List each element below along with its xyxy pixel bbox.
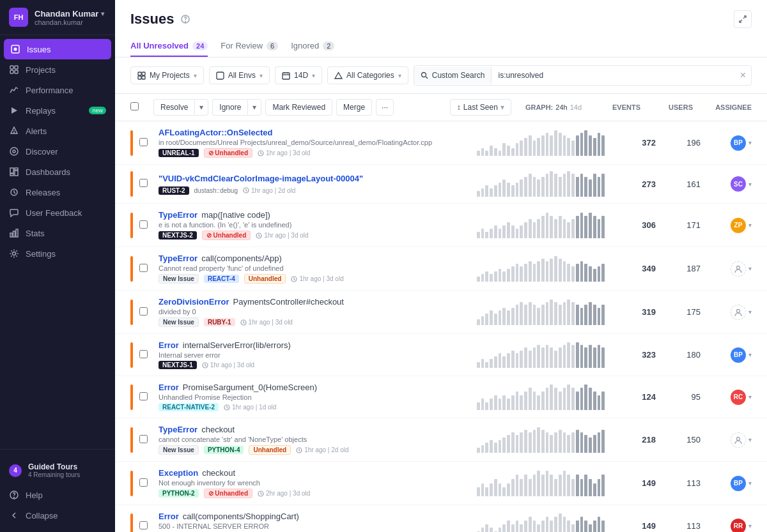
tab-ignored[interactable]: Ignored 2 [291, 36, 334, 57]
all-envs-filter[interactable]: All Envs ▾ [209, 66, 270, 84]
search-clear-icon[interactable]: × [735, 66, 751, 85]
users-header: USERS [648, 103, 693, 111]
sidebar-item-label: Projects [26, 65, 56, 75]
issue-type[interactable]: ZeroDivisionError [159, 297, 229, 307]
issue-time: 1hr ago | 3d old [291, 275, 343, 282]
sidebar-item-user-feedback[interactable]: User Feedback [0, 202, 115, 223]
sidebar-item-discover[interactable]: Discover [0, 141, 115, 162]
row-checkbox[interactable] [139, 264, 152, 274]
settings-icon [9, 248, 19, 259]
row-checkbox[interactable] [139, 179, 152, 189]
row-checkbox[interactable] [139, 478, 152, 489]
more-button[interactable]: ··· [376, 99, 394, 116]
issue-users: 180 [656, 350, 701, 360]
table-row[interactable]: ZeroDivisionError PaymentsController#che… [115, 291, 767, 334]
sidebar-item-help[interactable]: Help [0, 485, 115, 505]
sort-button[interactable]: ↕ Last Seen ▾ [450, 99, 511, 116]
sidebar-item-label: Alerts [26, 126, 47, 136]
issue-path: divided by 0 [159, 308, 477, 315]
assignee-chevron-icon[interactable]: ▾ [748, 181, 752, 188]
help-circle-icon[interactable] [180, 13, 191, 25]
select-all-check[interactable] [130, 102, 150, 112]
issue-time: 1hr ago | 3d old [202, 361, 254, 369]
svg-point-1 [14, 48, 17, 51]
categories-filter[interactable]: All Categories ▾ [327, 66, 408, 84]
issue-tag: REACT-4 [204, 275, 239, 283]
expand-button[interactable] [734, 10, 752, 28]
issue-title-row: Error PromiseSargument_0(HomeScreen) [159, 383, 477, 392]
discover-icon [9, 146, 19, 156]
date-filter[interactable]: 14D ▾ [275, 66, 322, 84]
my-projects-filter[interactable]: My Projects ▾ [130, 66, 204, 84]
table-row[interactable]: Exception checkout Not enough inventory … [115, 462, 767, 505]
sidebar-item-releases[interactable]: Releases [0, 182, 115, 202]
username[interactable]: Chandan Kumar ▾ [35, 9, 106, 19]
issue-type[interactable]: Exception [159, 468, 198, 478]
severity-bar [130, 384, 133, 410]
sidebar-item-issues[interactable]: Issues [4, 39, 111, 59]
issue-meta: RUST-2 dustash::debug 1hr ago | 2d old [159, 186, 477, 195]
sidebar-item-alerts[interactable]: Alerts [0, 121, 115, 141]
resolve-button[interactable]: Resolve [153, 99, 194, 116]
tab-for-review[interactable]: For Review 6 [221, 36, 278, 57]
svg-line-36 [426, 77, 428, 79]
issue-type[interactable]: Error [159, 512, 179, 521]
row-checkbox[interactable] [139, 220, 152, 231]
guided-tours[interactable]: 4 Guided Tours 4 Remaining tours [0, 456, 115, 485]
assignee-chevron-icon[interactable]: ▾ [748, 351, 752, 358]
table-row[interactable]: "VUID-vkCmdClearColorImage-imageLayout-0… [115, 165, 767, 204]
sidebar-item-dashboards[interactable]: Dashboards [0, 162, 115, 182]
assignee-chevron-icon[interactable]: ▾ [748, 436, 752, 443]
row-checkbox[interactable] [139, 392, 152, 402]
issues-list: Resolve ▾ Ignore ▾ Mark Reviewed Merge ·… [115, 94, 767, 532]
ignore-dropdown[interactable]: ▾ [247, 99, 261, 116]
tab-all-unresolved[interactable]: All Unresolved 24 [130, 36, 208, 57]
table-row[interactable]: TypeError map([native code]) e is not a … [115, 204, 767, 247]
sidebar-item-stats[interactable]: Stats [0, 223, 115, 243]
issue-events: 372 [605, 138, 656, 148]
assignee-chevron-icon[interactable]: ▾ [748, 393, 752, 400]
table-row[interactable]: TypeError checkout cannot concatenate 's… [115, 418, 767, 462]
sidebar-item-performance[interactable]: Performance [0, 80, 115, 100]
mark-reviewed-button[interactable]: Mark Reviewed [265, 99, 332, 116]
issue-tag: REACT-NATIVE-2 [159, 403, 219, 411]
issue-tag: Unhandled [244, 274, 286, 284]
merge-button[interactable]: Merge [336, 99, 372, 116]
row-checkbox[interactable] [139, 350, 152, 360]
issue-type[interactable]: TypeError [159, 425, 198, 434]
assignee-chevron-icon[interactable]: ▾ [748, 265, 752, 272]
row-checkbox[interactable] [139, 435, 152, 445]
issue-type[interactable]: TypeError [159, 254, 198, 263]
issue-type[interactable]: Error [159, 383, 179, 392]
issue-type[interactable]: "VUID-vkCmdClearColorImage-imageLayout-0… [159, 174, 363, 183]
resolve-dropdown[interactable]: ▾ [194, 99, 208, 116]
assignee-chevron-icon[interactable]: ▾ [748, 522, 752, 529]
severity-bar [130, 300, 133, 325]
table-row[interactable]: Error internalServerError(lib/errors) In… [115, 334, 767, 376]
assignee-chevron-icon[interactable]: ▾ [748, 308, 752, 315]
issue-type[interactable]: Error [159, 340, 179, 350]
sidebar-item-settings[interactable]: Settings [0, 243, 115, 264]
ignore-button[interactable]: Ignore [212, 99, 247, 116]
row-checkbox[interactable] [139, 521, 152, 531]
custom-search-tag[interactable]: Custom Search [414, 67, 492, 84]
search-input[interactable] [492, 67, 734, 84]
sidebar-item-projects[interactable]: Projects [0, 59, 115, 80]
table-row[interactable]: AFLoatingActor::OnSelected in root/Docum… [115, 121, 767, 165]
table-row[interactable]: Error call(components/ShoppingCart) 500 … [115, 505, 767, 532]
row-checkbox[interactable] [139, 138, 152, 148]
svg-rect-13 [10, 174, 13, 176]
sidebar-collapse[interactable]: Collapse [0, 505, 115, 526]
unhandled-badge: ⊘ Unhandled [202, 231, 251, 240]
table-row[interactable]: Error PromiseSargument_0(HomeScreen) Unh… [115, 376, 767, 418]
assignee-chevron-icon[interactable]: ▾ [748, 139, 752, 146]
table-row[interactable]: TypeError call(components/App) Cannot re… [115, 247, 767, 291]
sidebar-item-replays[interactable]: Replays new [0, 100, 115, 121]
issue-type[interactable]: AFLoatingActor::OnSelected [159, 128, 272, 137]
assignee-chevron-icon[interactable]: ▾ [748, 480, 752, 487]
select-all-checkbox[interactable] [130, 102, 139, 110]
assignee-chevron-icon[interactable]: ▾ [748, 222, 752, 229]
sidebar-item-label: Issues [27, 45, 51, 54]
row-checkbox[interactable] [139, 307, 152, 317]
issue-type[interactable]: TypeError [159, 210, 198, 220]
